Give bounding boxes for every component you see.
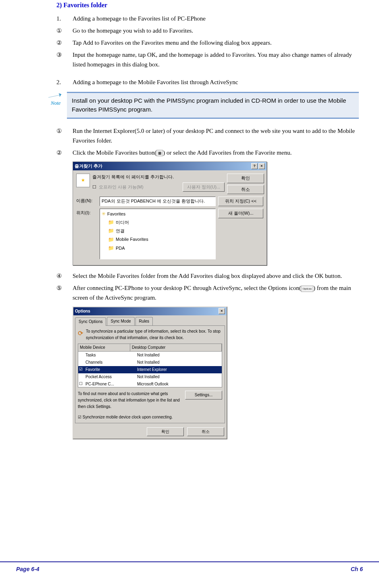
folder-icon: ✳ [102,210,106,218]
close-icon[interactable]: × [258,163,265,169]
offline-label: 오프라인 사용 가능(M) [99,184,144,191]
close-icon[interactable]: × [219,308,225,314]
folder-icon: 📁 [108,244,114,252]
dialog-title: 즐겨찾기 추가 [75,163,102,170]
add-favorites-dialog: 즐겨찾기 추가 ? × ★ 즐겨찾기 목록에 이 페이지를 추가합니다. ☐ 오… [73,161,267,265]
sync-list[interactable]: TasksNot Installed ChannelsNot Installed… [78,352,222,387]
checkbox-icon[interactable]: ☐ [92,184,96,191]
name-field[interactable]: PDA의 모든것 PDABENCH 에 오신것을 환영합니다. [100,197,216,206]
help-icon[interactable]: ? [251,163,258,169]
options-icon: Options [301,286,313,292]
list-text: Select the Mobile Favorites folder from … [73,271,359,281]
circled-bullet: ② [56,148,73,157]
ok-button[interactable]: 확인 [227,174,264,183]
options-dialog: Options × Sync Options Sync Mode Rules ⟳… [73,306,227,439]
folder-icon: 📁 [108,236,114,244]
folder-tree[interactable]: ✳Favorites 📁미디어 📁연결 📁Mobile Favorites 📁P… [100,209,216,259]
location-button[interactable]: 위치 지정(C) << [218,197,263,206]
circled-bullet: ① [56,26,73,35]
settings-button[interactable]: Settings... [185,391,222,400]
circled-bullet: ① [56,126,73,145]
dialog-title: Options [75,308,90,315]
list-text: Click the Mobile Favorites button(▦) or … [73,148,359,157]
star-icon: ★ [76,174,90,187]
note-label: Note [51,100,61,106]
circled-bullet: ② [56,38,73,48]
list-text: Input the homepage name, tap OK, and the… [73,50,359,69]
folder-icon: 📁 [108,219,114,226]
name-label: 이름(N): [76,197,97,205]
mobile-favorites-icon: ▦ [156,150,163,156]
dialog-description: 즐겨찾기 목록에 이 페이지를 추가합니다. [92,174,225,181]
sync-clock-label: Synchronize mobile device clock upon con… [83,415,173,419]
location-label: 위치(I): [76,209,97,217]
sync-icon: ⟳ [78,328,83,341]
chapter-label: Ch 6 [351,565,363,574]
column-header[interactable]: Mobile Device [78,344,130,351]
tab-sync-mode[interactable]: Sync Mode [107,317,134,325]
customize-button[interactable]: 사용자 정의(U)... [183,182,225,192]
list-text: After connecting PC-EPhone to your deskt… [73,283,359,302]
circled-bullet: ⑤ [56,283,73,302]
hint-text: To find out more about and to customize … [78,391,182,410]
note-icon: Note [44,92,67,108]
tab-sync-options[interactable]: Sync Options [75,317,106,326]
tab-rules[interactable]: Rules [135,317,153,325]
step-title: Adding a homepage to the Favorites list … [73,14,359,23]
step-title: Adding a homepage to the Mobile Favorite… [73,77,359,87]
step-number: 2. [56,77,73,87]
note-box: Install on your desktop PC with the PIMS… [67,92,359,119]
step-number: 1. [56,14,73,23]
column-header[interactable]: Desktop Computer [130,344,222,351]
list-text: Run the Internet Explorer(5.0 or later) … [73,126,359,145]
circled-bullet: ④ [56,271,73,281]
cancel-button[interactable]: 취소 [187,427,224,436]
circled-bullet: ③ [56,50,73,69]
list-text: Tap Add to Favorites on the Favorites me… [73,38,359,48]
list-text: Go to the homepage you wish to add to Fa… [73,26,359,35]
new-folder-button[interactable]: 새 폴더(W)... [218,209,263,218]
checkbox-icon[interactable]: ☑ [78,415,81,419]
page-number: Page 6-4 [16,565,40,574]
folder-icon: 📁 [108,227,114,235]
cancel-button[interactable]: 취소 [227,185,264,195]
section-heading: 2) Favorites folder [56,0,363,10]
ok-button[interactable]: 확인 [147,427,184,436]
info-text: To synchronize a particular type of info… [86,328,222,341]
